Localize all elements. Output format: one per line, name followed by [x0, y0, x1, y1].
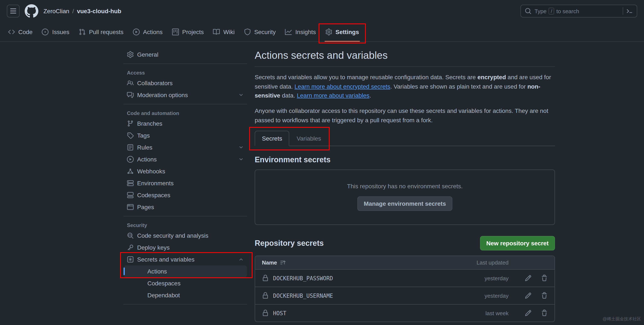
repo-tab-security[interactable]: Security — [239, 22, 280, 41]
repo-tab-code[interactable]: Code — [4, 22, 37, 41]
git-pull-request-icon — [79, 28, 86, 35]
sidebar-subitem-label: Actions — [147, 268, 167, 275]
delete-secret-button[interactable] — [541, 310, 548, 317]
repo-nav: Code Issues Pull requests Actions Projec… — [0, 22, 644, 42]
repo-tab-projects[interactable]: Projects — [168, 22, 208, 41]
sidebar-item-label: Rules — [137, 144, 152, 151]
sidebar-item-label: Environments — [137, 180, 174, 186]
environment-secrets-heading: Environment secrets — [255, 156, 555, 165]
secret-name: DOCKERHUB_USERNAME — [273, 293, 333, 299]
sidebar-subitem-dependabot[interactable]: Dependabot — [124, 289, 247, 301]
sidebar-item-branches[interactable]: Branches — [124, 118, 247, 130]
sidebar-item-code-security-analysis[interactable]: Code security and analysis — [124, 230, 247, 242]
intro-text: data. — [280, 92, 297, 99]
manage-environment-secrets-button[interactable]: Manage environment secrets — [357, 196, 452, 211]
repository-secrets-header-row: Repository secrets New repository secret — [255, 236, 555, 251]
secret-actions-cell — [508, 292, 548, 299]
intro-paragraph-1: Secrets and variables allow you to manag… — [255, 73, 555, 100]
new-repository-secret-button[interactable]: New repository secret — [480, 236, 555, 251]
watermark: @稀土掘金技术社区 — [603, 316, 641, 322]
repo-tab-label: Insights — [296, 28, 316, 35]
edit-secret-button[interactable] — [525, 275, 532, 282]
secret-name: DOCKERHUB_PASSWORD — [273, 275, 333, 282]
sidebar-item-secrets-and-variables[interactable]: Secrets and variables — [124, 254, 247, 265]
search-icon — [525, 8, 532, 14]
repository-secrets-heading: Repository secrets — [255, 239, 324, 248]
tabnav-tabs: Secrets Variables — [255, 131, 328, 146]
repo-tab-pull-requests[interactable]: Pull requests — [74, 22, 128, 41]
sidebar-item-environments[interactable]: Environments — [124, 177, 247, 189]
tag-icon — [127, 132, 134, 139]
repo-tab-issues[interactable]: Issues — [37, 22, 74, 41]
breadcrumb-repo-link[interactable]: vue3-cloud-hub — [77, 8, 121, 14]
sidebar-item-rules[interactable]: Rules — [124, 142, 247, 153]
repo-tab-actions[interactable]: Actions — [128, 22, 168, 41]
gear-icon — [325, 28, 332, 35]
environment-secrets-empty-state: This repository has no environment secre… — [255, 170, 555, 225]
app-header: ZeroClian / vue3-cloud-hub Type / to sea… — [0, 0, 644, 22]
breadcrumb: ZeroClian / vue3-cloud-hub — [44, 8, 122, 14]
intro-paragraph-2: Anyone with collaborator access to this … — [255, 106, 555, 125]
encrypted-secrets-link[interactable]: Learn more about encrypted secrets — [294, 83, 390, 90]
breadcrumb-owner-link[interactable]: ZeroClian — [44, 8, 69, 14]
chevron-down-icon — [238, 157, 244, 162]
tab-variables[interactable]: Variables — [290, 131, 328, 146]
sidebar-item-actions[interactable]: Actions — [124, 153, 247, 165]
repo-tab-wiki[interactable]: Wiki — [208, 22, 239, 41]
sidebar-item-label: Moderation options — [137, 92, 188, 98]
project-icon — [172, 28, 179, 35]
sidebar-item-moderation-options[interactable]: Moderation options — [124, 89, 247, 101]
edit-secret-button[interactable] — [525, 292, 532, 299]
sidebar-item-tags[interactable]: Tags — [124, 130, 247, 142]
sidebar-section-title-code-automation: Code and automation — [124, 107, 247, 118]
command-palette-icon[interactable] — [626, 8, 633, 14]
pencil-icon — [525, 310, 532, 317]
repo-tab-settings[interactable]: Settings — [320, 22, 364, 41]
sidebar-item-label: Webhooks — [137, 168, 165, 175]
global-search-input[interactable]: Type / to search — [520, 5, 637, 18]
page-title: Actions secrets and variables — [255, 48, 555, 67]
repo-tab-label: Pull requests — [89, 28, 124, 35]
intro-text: Secrets and variables allow you to manag… — [255, 74, 478, 80]
tab-secrets[interactable]: Secrets — [255, 131, 290, 146]
sidebar-item-codespaces[interactable]: Codespaces — [124, 189, 247, 201]
sidebar-item-deploy-keys[interactable]: Deploy keys — [124, 242, 247, 254]
global-nav-menu-button[interactable] — [7, 5, 20, 18]
sidebar-item-label: Branches — [137, 120, 162, 127]
sidebar-subitem-codespaces[interactable]: Codespaces — [124, 277, 247, 289]
secret-name-cell: DOCKERHUB_USERNAME — [262, 292, 462, 299]
search-placeholder-suffix: to search — [556, 8, 579, 14]
sort-ascending-icon[interactable] — [280, 260, 286, 266]
delete-secret-button[interactable] — [541, 292, 548, 299]
repo-tab-label: Security — [254, 28, 276, 35]
chevron-down-icon — [238, 92, 244, 98]
sidebar-item-label: Tags — [137, 132, 150, 139]
sidebar-item-general[interactable]: General — [124, 48, 247, 60]
secret-actions-cell — [508, 275, 548, 282]
sidebar-item-pages[interactable]: Pages — [124, 201, 247, 213]
secret-row: DOCKERHUB_PASSWORD yesterday — [255, 270, 554, 287]
sidebar-item-webhooks[interactable]: Webhooks — [124, 165, 247, 177]
sidebar-subitem-actions[interactable]: Actions — [124, 265, 247, 277]
secret-last-updated: last week — [462, 310, 508, 316]
divider — [124, 216, 247, 216]
variables-link[interactable]: Learn more about variables — [297, 92, 370, 99]
secret-name: HOST — [273, 310, 286, 316]
github-repo-settings-page: ZeroClian / vue3-cloud-hub Type / to sea… — [0, 0, 644, 325]
secret-name-cell: DOCKERHUB_PASSWORD — [262, 275, 462, 282]
sidebar-item-label: Deploy keys — [137, 244, 170, 251]
sidebar-item-collaborators[interactable]: Collaborators — [124, 77, 247, 89]
code-icon — [8, 28, 15, 35]
slash-key-hint: / — [548, 8, 554, 14]
name-header-label: Name — [262, 260, 277, 266]
github-logo[interactable] — [25, 4, 38, 18]
edit-secret-button[interactable] — [525, 310, 532, 317]
intro-text: . — [370, 92, 371, 99]
codespaces-icon — [127, 192, 134, 198]
shield-icon — [244, 28, 251, 35]
repo-tab-label: Projects — [182, 28, 204, 35]
delete-secret-button[interactable] — [541, 275, 548, 282]
asterisk-box-icon — [127, 256, 134, 263]
repo-tab-insights[interactable]: Insights — [280, 22, 321, 41]
sidebar-item-label: Code security and analysis — [137, 232, 208, 239]
